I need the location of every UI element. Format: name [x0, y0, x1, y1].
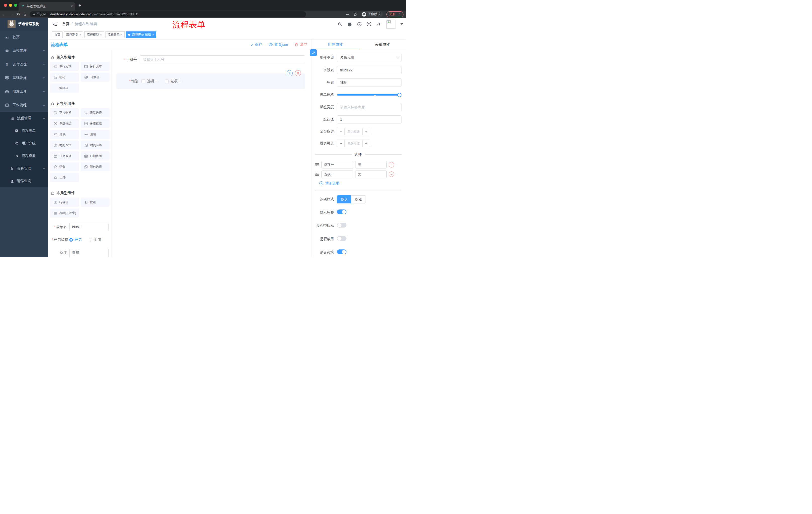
- palette-item-editor[interactable]: 编辑器: [50, 83, 79, 92]
- form-canvas[interactable]: 手机号 请输入手机号: [112, 50, 312, 257]
- fullscreen-icon[interactable]: [367, 22, 371, 26]
- palette-item-row-container[interactable]: 行容器: [50, 198, 79, 207]
- not-secure-badge[interactable]: 不安全: [33, 12, 46, 16]
- palette-item-upload[interactable]: 上传: [50, 173, 79, 182]
- palette-item-select[interactable]: 下拉选择: [50, 108, 79, 117]
- tag-close-icon[interactable]: ×: [100, 33, 102, 36]
- sidebar-item-process-model[interactable]: 流程模型: [0, 150, 48, 162]
- palette-item-date-picker[interactable]: 日期选择: [50, 152, 79, 160]
- gender-checkbox-1[interactable]: 选项一: [141, 79, 157, 83]
- plus-button[interactable]: +: [362, 140, 370, 147]
- component-type-select[interactable]: 多选框组: [337, 54, 402, 62]
- palette-item-color-picker[interactable]: 颜色选择: [81, 162, 110, 171]
- sidebar-item-process-mgmt[interactable]: 流程管理 ▼: [0, 112, 48, 125]
- url-field[interactable]: 不安全 dashboard.yudao.iocoder.cn/bpm/manag…: [30, 11, 306, 17]
- canvas-field-gender-selected[interactable]: 性别 选项一 选项二: [116, 74, 305, 89]
- tag-home[interactable]: 首页: [52, 31, 63, 38]
- back-icon[interactable]: ←: [2, 12, 6, 16]
- browser-menu-icon[interactable]: ⋮: [398, 12, 401, 16]
- style-button-button[interactable]: 按钮: [351, 195, 366, 204]
- palette-item-cascader[interactable]: 级联选择: [81, 108, 110, 117]
- new-tab-button[interactable]: +: [78, 3, 81, 8]
- option-value-input[interactable]: [355, 170, 387, 178]
- tag-process-definition[interactable]: 流程定义×: [64, 31, 83, 38]
- font-size-icon[interactable]: TT: [376, 22, 381, 26]
- minus-button[interactable]: −: [337, 140, 344, 147]
- close-window-button[interactable]: [4, 4, 7, 7]
- remove-option-button[interactable]: −: [389, 171, 394, 177]
- disabled-switch[interactable]: [337, 236, 346, 241]
- reload-icon[interactable]: ⟳: [17, 12, 20, 17]
- palette-item-switch[interactable]: 开关: [50, 130, 79, 139]
- link-icon[interactable]: [310, 49, 317, 56]
- gender-checkbox-2[interactable]: 选项二: [165, 79, 181, 83]
- sidebar-item-devtools[interactable]: 研发工具 ▼: [0, 85, 48, 98]
- sidebar-collapse-icon[interactable]: [52, 22, 57, 27]
- sidebar-item-user-group[interactable]: 用户分组: [0, 137, 48, 150]
- tag-process-form-edit[interactable]: 流程表单-编辑×: [126, 31, 156, 38]
- drag-handle-icon[interactable]: [315, 162, 319, 167]
- duplicate-item-button[interactable]: [287, 70, 293, 76]
- update-button[interactable]: 更新 ⋮: [386, 11, 404, 17]
- remove-option-button[interactable]: −: [389, 162, 394, 167]
- slider-thumb[interactable]: [397, 93, 402, 97]
- bookmark-star-icon[interactable]: [353, 12, 357, 16]
- zoom-window-button[interactable]: [14, 4, 17, 7]
- home-icon[interactable]: ⌂: [24, 12, 26, 16]
- sidebar-item-workflow[interactable]: 工作流程 ▼: [0, 98, 48, 112]
- drag-handle-icon[interactable]: [315, 172, 319, 177]
- border-switch[interactable]: [337, 223, 346, 227]
- form-grid-slider[interactable]: [337, 91, 402, 99]
- tag-process-model[interactable]: 流程模型×: [84, 31, 104, 38]
- plus-button[interactable]: +: [362, 128, 370, 135]
- status-radio-on[interactable]: 开启: [69, 238, 82, 242]
- palette-item-radio-group[interactable]: 单选框组: [50, 119, 79, 128]
- clear-button[interactable]: 清空: [294, 43, 307, 47]
- palette-item-rate[interactable]: 评分: [50, 162, 79, 171]
- caret-down-icon[interactable]: [401, 23, 403, 25]
- palette-item-button[interactable]: 按钮: [81, 198, 110, 207]
- canvas-field-phone[interactable]: 手机号 请输入手机号: [115, 54, 305, 66]
- default-value-input[interactable]: [337, 115, 402, 124]
- tag-close-icon[interactable]: ×: [152, 33, 154, 36]
- label-width-input[interactable]: [337, 103, 402, 111]
- option-label-input[interactable]: [321, 170, 353, 178]
- palette-item-checkbox-group[interactable]: 多选框组: [81, 119, 110, 128]
- avatar[interactable]: [386, 20, 396, 29]
- search-icon[interactable]: [338, 22, 342, 26]
- tab-component-props[interactable]: 组件属性: [312, 39, 359, 50]
- sidebar-item-process-form[interactable]: 流程表单: [0, 125, 48, 137]
- field-name-input[interactable]: [337, 66, 402, 74]
- show-label-switch[interactable]: [337, 210, 346, 214]
- sidebar-item-home[interactable]: 首页: [0, 30, 48, 44]
- style-default-button[interactable]: 默认: [337, 195, 351, 204]
- required-switch[interactable]: [337, 249, 346, 254]
- forward-icon[interactable]: →: [10, 12, 13, 16]
- option-label-input[interactable]: [321, 161, 353, 168]
- phone-input[interactable]: 请输入手机号: [140, 55, 305, 64]
- key-icon[interactable]: [346, 12, 350, 16]
- browser-tab[interactable]: 芋道管理系统 ×: [19, 2, 76, 10]
- sidebar-item-payment[interactable]: ¥ 支付管理 ▼: [0, 58, 48, 71]
- logo[interactable]: 芋道管理系统: [0, 18, 48, 30]
- sidebar-item-task-mgmt[interactable]: 任务管理 ▼: [0, 162, 48, 175]
- minus-button[interactable]: −: [337, 128, 344, 135]
- title-input[interactable]: [337, 78, 402, 86]
- palette-item-slider[interactable]: 滑块: [81, 130, 110, 139]
- sidebar-item-system[interactable]: 系统管理 ▼: [0, 44, 48, 58]
- palette-item-textarea[interactable]: 多行文本: [81, 62, 110, 71]
- tag-process-form[interactable]: 流程表单×: [105, 31, 125, 38]
- palette-item-single-text[interactable]: 单行文本: [50, 62, 79, 71]
- sidebar-item-infra[interactable]: 基础设施 ▼: [0, 71, 48, 85]
- palette-item-table[interactable]: 表格[开发中]: [50, 209, 79, 218]
- breadcrumb-home[interactable]: 首页: [62, 22, 69, 26]
- sidebar-item-leave-query[interactable]: 请假查询: [0, 175, 48, 187]
- traffic-lights[interactable]: [4, 4, 17, 7]
- tag-close-icon[interactable]: ×: [79, 33, 81, 36]
- option-value-input[interactable]: [355, 161, 387, 168]
- tab-close-icon[interactable]: ×: [71, 4, 73, 8]
- palette-item-password[interactable]: 密码: [50, 73, 79, 82]
- palette-item-time-range[interactable]: 时间范围: [81, 141, 110, 150]
- save-button[interactable]: ✓ 保存: [251, 43, 262, 47]
- help-icon[interactable]: ?: [357, 22, 362, 27]
